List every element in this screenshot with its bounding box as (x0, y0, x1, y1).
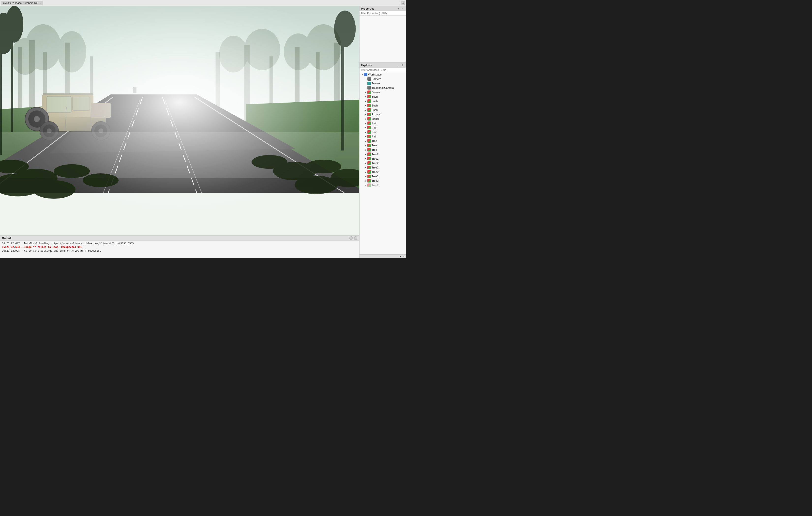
tree-item-bush4[interactable]: ▶ Bush (359, 108, 406, 112)
tree2-3-expand-icon[interactable]: ▶ (364, 161, 368, 165)
thumbnailcamera-expand-spacer (364, 86, 368, 89)
properties-header: Properties − × (359, 6, 406, 11)
properties-filter-input[interactable] (359, 11, 406, 16)
title-bar: alexxk5's Place Number: 135 × ❐ (0, 0, 406, 6)
bush3-label: Bush (372, 104, 378, 107)
tree2-1-expand-icon[interactable]: ▶ (364, 152, 368, 156)
active-tab[interactable]: alexxk5's Place Number: 135 × (1, 1, 43, 5)
explorer-close-button[interactable]: × (401, 63, 405, 67)
rain1-label: Rain (372, 122, 377, 125)
tree2-5-icon (368, 170, 371, 174)
tree3-expand-icon[interactable]: ▶ (364, 148, 368, 151)
tree-item-rain4[interactable]: ▶ Rain (359, 134, 406, 139)
svg-point-58 (54, 164, 90, 178)
more-icon (368, 183, 371, 187)
tree-item-terrain[interactable]: Terrain (359, 81, 406, 86)
beams-icon (368, 90, 371, 94)
tree-item-rain3[interactable]: ▶ Rain (359, 130, 406, 134)
rain4-expand-icon[interactable]: ▶ (364, 135, 368, 138)
tree2-7-expand-icon[interactable]: ▶ (364, 179, 368, 182)
bush1-icon (368, 95, 371, 98)
more-expand-icon[interactable]: ▶ (364, 183, 368, 187)
bush1-label: Bush (372, 95, 378, 98)
tree2-7-icon (368, 179, 371, 182)
tree2-label: Tree (372, 144, 377, 147)
tree-item-exhaust[interactable]: ▶ Exhaust (359, 112, 406, 117)
bush1-expand-icon[interactable]: ▶ (364, 95, 368, 98)
beams-label: Beams (372, 91, 380, 94)
svg-point-53 (5, 6, 23, 42)
tree-item-tree2-2[interactable]: ▶ Tree2 (359, 156, 406, 161)
svg-point-60 (32, 180, 75, 199)
workspace-expand-icon[interactable]: ▼ (360, 73, 364, 76)
tab-close-button[interactable]: × (39, 2, 41, 4)
tree2-2-label: Tree2 (372, 157, 378, 160)
more-label: Tree2 (372, 184, 378, 187)
tree-item-beams[interactable]: ▶ Beams (359, 90, 406, 94)
tree-item-model[interactable]: ▶ Model (359, 117, 406, 121)
tree-item-bush2[interactable]: ▶ Bush (359, 99, 406, 103)
tree2-6-expand-icon[interactable]: ▶ (364, 175, 368, 178)
tree-item-tree2-1[interactable]: ▶ Tree2 (359, 152, 406, 156)
tree-item-tree2-5[interactable]: ▶ Tree2 (359, 170, 406, 174)
rain2-icon (368, 126, 371, 130)
viewport[interactable] (0, 6, 359, 235)
tree-item-bush3[interactable]: ▶ Bush (359, 103, 406, 108)
explorer-minimize-button[interactable]: − (397, 63, 400, 67)
tree-item-tree2-6[interactable]: ▶ Tree2 (359, 174, 406, 178)
tree-item-rain1[interactable]: ▶ Rain (359, 121, 406, 125)
rain4-icon (368, 135, 371, 138)
tree1-expand-icon[interactable]: ▶ (364, 139, 368, 143)
rain2-expand-icon[interactable]: ▶ (364, 126, 368, 130)
bush2-expand-icon[interactable]: ▶ (364, 99, 368, 103)
tree2-5-expand-icon[interactable]: ▶ (364, 170, 368, 174)
tree2-2-expand-icon[interactable]: ▶ (364, 157, 368, 160)
explorer-header: Explorer − × (359, 62, 406, 68)
rain3-label: Rain (372, 131, 377, 134)
tree2-5-label: Tree2 (372, 170, 378, 173)
tree-item-tree1[interactable]: ▶ Tree (359, 139, 406, 143)
properties-panel: Properties − × (359, 6, 406, 62)
explorer-body: ▼ Workspace Camera Terrain (359, 72, 406, 254)
explorer-panel: Explorer − × ▼ Workspace Came (359, 62, 406, 258)
explorer-filter-input[interactable] (359, 68, 406, 72)
terrain-label: Terrain (372, 82, 380, 85)
tree-item-tree2[interactable]: ▶ Tree (359, 143, 406, 148)
output-minimize-icon: − (351, 237, 352, 239)
tree-item-tree2-7[interactable]: ▶ Tree2 (359, 178, 406, 183)
tree2-1-label: Tree2 (372, 153, 378, 156)
explorer-scroll-down[interactable]: ▼ (403, 255, 405, 258)
output-minimize-button[interactable]: − (349, 236, 353, 240)
restore-icon: ❐ (402, 2, 404, 4)
rain3-expand-icon[interactable]: ▶ (364, 131, 368, 134)
tree-item-camera[interactable]: Camera (359, 77, 406, 81)
tree2-7-label: Tree2 (372, 179, 378, 182)
tree-item-bush1[interactable]: ▶ Bush (359, 94, 406, 99)
tree-item-more[interactable]: ▶ Tree2 (359, 183, 406, 188)
tree2-expand-icon[interactable]: ▶ (364, 144, 368, 147)
model-expand-icon[interactable]: ▶ (364, 117, 368, 120)
properties-close-button[interactable]: × (401, 7, 405, 10)
explorer-controls: − × (397, 63, 405, 67)
exhaust-expand-icon[interactable]: ▶ (364, 113, 368, 116)
tree-item-tree2-4[interactable]: ▶ Tree2 (359, 165, 406, 170)
bush4-expand-icon[interactable]: ▶ (364, 108, 368, 112)
beams-expand-icon[interactable]: ▶ (364, 90, 368, 94)
tree-item-tree2-3[interactable]: ▶ Tree2 (359, 161, 406, 165)
properties-minimize-button[interactable]: − (397, 7, 400, 10)
tree-item-thumbnailcamera[interactable]: ThumbnailCamera (359, 86, 406, 90)
tree-item-rain2[interactable]: ▶ Rain (359, 125, 406, 130)
rain2-label: Rain (372, 126, 377, 129)
output-line-2: 16:26:22.633 - Image "" failed to load: … (2, 245, 357, 249)
restore-button[interactable]: ❐ (401, 1, 405, 5)
output-close-button[interactable]: × (354, 236, 357, 240)
tree2-4-expand-icon[interactable]: ▶ (364, 166, 368, 169)
output-title: Output (2, 237, 11, 239)
explorer-scroll-up[interactable]: ▲ (400, 255, 402, 258)
thumbnailcamera-label: ThumbnailCamera (372, 86, 394, 89)
tree-item-workspace[interactable]: ▼ Workspace (359, 72, 406, 77)
tree2-2-icon (368, 157, 371, 160)
bush3-expand-icon[interactable]: ▶ (364, 104, 368, 107)
tree-item-tree3[interactable]: ▶ Tree (359, 148, 406, 152)
rain1-expand-icon[interactable]: ▶ (364, 121, 368, 125)
